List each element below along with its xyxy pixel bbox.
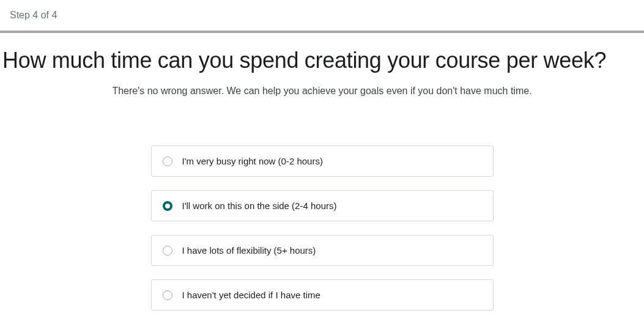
step-indicator: Step 4 of 4 [0, 0, 644, 31]
option-undecided[interactable]: I haven't yet decided if I have time [151, 279, 494, 311]
option-label: I'm very busy right now (0-2 hours) [182, 156, 323, 166]
options-container: I'm very busy right now (0-2 hours) I'll… [151, 145, 494, 311]
radio-icon [163, 201, 172, 211]
radio-icon [163, 290, 172, 300]
main-content: How much time can you spend creating you… [0, 33, 644, 311]
question-title: How much time can you spend creating you… [0, 48, 644, 73]
step-label: Step 4 of 4 [10, 10, 57, 20]
option-label: I'll work on this on the side (2-4 hours… [182, 201, 337, 211]
option-busy[interactable]: I'm very busy right now (0-2 hours) [151, 145, 494, 177]
option-flexible[interactable]: I have lots of flexibility (5+ hours) [151, 235, 494, 266]
question-subtitle: There's no wrong answer. We can help you… [0, 86, 644, 97]
option-label: I have lots of flexibility (5+ hours) [182, 245, 316, 256]
radio-icon [163, 246, 172, 256]
option-side[interactable]: I'll work on this on the side (2-4 hours… [151, 190, 494, 221]
option-label: I haven't yet decided if I have time [182, 290, 320, 300]
radio-icon [163, 156, 172, 166]
